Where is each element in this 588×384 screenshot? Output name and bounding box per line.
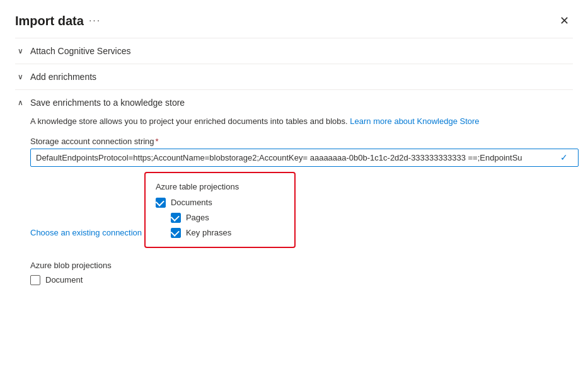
knowledge-store-description: A knowledge store allows you to project …: [30, 115, 573, 128]
panel-header: Import data ··· ✕: [0, 0, 588, 38]
checkbox-row-pages: Pages: [171, 213, 284, 223]
accordion-label-attach-cognitive: Attach Cognitive Services: [30, 46, 131, 56]
checkbox-pages[interactable]: [171, 213, 181, 223]
checkbox-documents[interactable]: [156, 198, 166, 208]
checkbox-row-documents: Documents: [156, 198, 284, 208]
connection-string-input[interactable]: [30, 149, 579, 167]
accordion-body-save-enrichments: A knowledge store allows you to project …: [15, 115, 573, 295]
close-button[interactable]: ✕: [556, 11, 573, 30]
title-row: Import data ···: [15, 14, 101, 28]
checkbox-label-key-phrases: Key phrases: [186, 228, 231, 237]
connection-input-wrap: ✓: [30, 149, 573, 167]
learn-more-link[interactable]: Learn more about Knowledge Store: [350, 116, 479, 126]
import-data-panel: Import data ··· ✕ ∨ Attach Cognitive Ser…: [0, 0, 588, 384]
accordion-add-enrichments: ∨ Add enrichments: [15, 64, 573, 89]
panel-content: ∨ Attach Cognitive Services ∨ Add enrich…: [0, 38, 588, 384]
blob-projections-label: Azure blob projections: [30, 261, 573, 270]
input-check-icon: ✓: [560, 152, 568, 162]
connection-string-label: Storage account connection string*: [30, 137, 573, 146]
checkbox-row-blob-document: Document: [30, 275, 573, 285]
panel-options-dots[interactable]: ···: [89, 15, 101, 26]
chevron-save-enrichments: ∧: [15, 98, 25, 107]
checkbox-row-key-phrases: Key phrases: [171, 228, 284, 238]
accordion-label-save-enrichments: Save enrichments to a knowledge store: [30, 98, 185, 108]
panel-title: Import data: [15, 14, 84, 28]
checkbox-label-blob-document: Document: [45, 275, 83, 285]
accordion-label-add-enrichments: Add enrichments: [30, 72, 96, 82]
checkbox-label-documents: Documents: [171, 198, 212, 207]
required-star: *: [156, 137, 159, 146]
accordion-header-attach-cognitive[interactable]: ∨ Attach Cognitive Services: [15, 38, 573, 64]
table-projections-label: Azure table projections: [156, 182, 284, 191]
azure-blob-projections-section: Azure blob projections Document: [30, 261, 573, 285]
accordion-header-add-enrichments[interactable]: ∨ Add enrichments: [15, 64, 573, 89]
checkbox-key-phrases[interactable]: [171, 228, 181, 238]
choose-existing-connection-link[interactable]: Choose an existing connection: [30, 228, 142, 237]
chevron-attach-cognitive: ∨: [15, 47, 25, 55]
checkbox-blob-document[interactable]: [30, 275, 40, 285]
chevron-add-enrichments: ∨: [15, 72, 25, 81]
accordion-header-save-enrichments[interactable]: ∧ Save enrichments to a knowledge store: [15, 90, 573, 115]
accordion-save-enrichments: ∧ Save enrichments to a knowledge store …: [15, 89, 573, 295]
azure-table-projections-group: Azure table projections Documents Pages: [144, 172, 296, 248]
checkbox-label-pages: Pages: [186, 213, 209, 222]
accordion-attach-cognitive: ∨ Attach Cognitive Services: [15, 38, 573, 64]
